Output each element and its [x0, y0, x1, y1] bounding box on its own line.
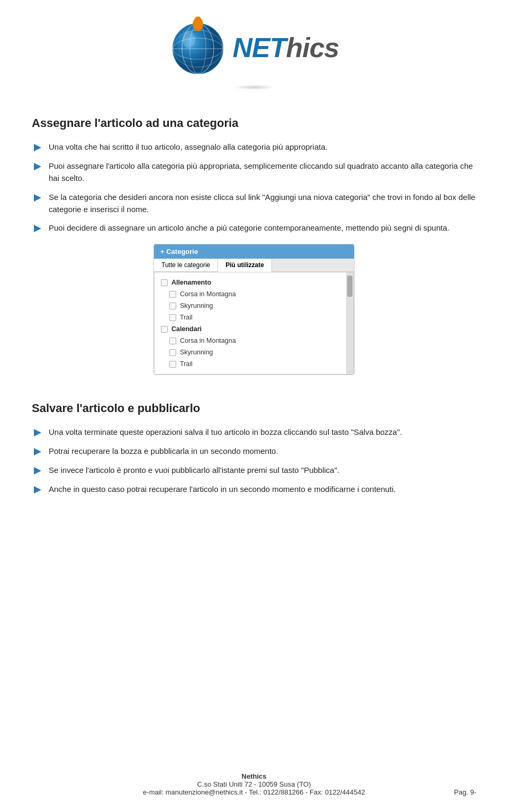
bullet-icon-8 [32, 484, 43, 496]
page-number: Pag. 9- [454, 788, 476, 796]
bullet-icon-7 [32, 465, 43, 477]
widget-body: Allenamento Corsa in Montagna Skyrunning… [154, 272, 354, 375]
list-item: Corsa in Montagna [155, 335, 346, 346]
item-checkbox[interactable] [169, 361, 176, 368]
list-item: Skyrunning [155, 346, 346, 358]
shadow-oval [233, 85, 275, 90]
bullet-icon-4 [32, 223, 43, 234]
list-item: Se la categoria che desideri ancora non … [32, 191, 476, 216]
section1-title: Assegnare l'articolo ad una categoria [32, 116, 476, 130]
bullet-text-8: Anche in questo caso potrai recuperare l… [49, 483, 476, 495]
svg-point-9 [195, 16, 201, 23]
scrollbar-thumb [347, 276, 352, 297]
svg-marker-13 [34, 194, 41, 202]
item-checkbox[interactable] [169, 349, 176, 356]
section2-bullet-list: Una volta terminate queste operazioni sa… [32, 426, 476, 496]
svg-marker-16 [34, 448, 41, 455]
list-item: Skyrunning [155, 300, 346, 312]
list-item: Allenamento [155, 277, 346, 288]
item-label: Skyrunning [180, 349, 213, 356]
logo-container: NEThics [169, 16, 339, 79]
svg-marker-17 [34, 467, 41, 475]
bullet-icon-5 [32, 427, 43, 439]
logo-net: NET [232, 32, 286, 63]
footer-contact: e-mail: manutenzione@nethics.it - Tel.: … [0, 788, 508, 796]
widget-header: + Categorie [154, 244, 354, 259]
item-checkbox[interactable] [169, 291, 176, 298]
bullet-text-5: Una volta terminate queste operazioni sa… [49, 426, 476, 438]
list-item: Corsa in Montagna [155, 288, 346, 300]
list-item: Puoi assegnare l'articolo alla categoria… [32, 160, 476, 185]
tab-piu-utilizzate[interactable]: Più utilizzate [218, 259, 272, 272]
bullet-text-2: Puoi assegnare l'articolo alla categoria… [49, 160, 476, 185]
category-label: Allenamento [171, 279, 211, 286]
item-label: Corsa in Montagna [180, 337, 236, 344]
svg-marker-12 [34, 163, 41, 170]
svg-marker-14 [34, 225, 41, 232]
list-item: Trail [155, 358, 346, 370]
svg-marker-18 [34, 486, 41, 494]
svg-point-10 [183, 31, 195, 48]
list-item: Calendari [155, 323, 346, 335]
bullet-text-7: Se invece l'articolo è pronto e vuoi pub… [49, 464, 476, 476]
section1-bullet-list: Una volta che hai scritto il tuo articol… [32, 141, 476, 234]
bullet-icon-6 [32, 446, 43, 458]
tab-tutte[interactable]: Tutte le categorie [154, 259, 218, 271]
section2-title: Salvare l'articolo e pubblicarlo [32, 402, 476, 415]
category-checkbox[interactable] [161, 326, 168, 333]
bullet-text-3: Se la categoria che desideri ancora non … [49, 191, 476, 216]
item-label: Trail [180, 314, 193, 321]
logo-hics: hics [286, 32, 339, 63]
category-widget: + Categorie Tutte le categorie Più utili… [153, 244, 355, 375]
page-container: NEThics Assegnare l'articolo ad una cate… [0, 0, 508, 812]
list-item: Una volta terminate queste operazioni sa… [32, 426, 476, 439]
item-checkbox[interactable] [169, 337, 176, 344]
item-label: Skyrunning [180, 302, 213, 309]
item-label: Trail [180, 360, 193, 368]
footer-address: C.so Stati Uniti 72 - 10059 Susa (TO) [0, 780, 508, 788]
svg-marker-15 [34, 429, 41, 436]
widget-scrollbar[interactable] [346, 272, 353, 374]
bullet-text-1: Una volta che hai scritto il tuo articol… [49, 141, 476, 153]
list-item: Se invece l'articolo è pronto e vuoi pub… [32, 464, 476, 477]
category-checkbox[interactable] [161, 279, 168, 286]
bullet-text-4: Puoi decidere di assegnare un articolo a… [49, 222, 476, 234]
category-label: Calendari [171, 325, 202, 333]
logo-shadow [32, 85, 476, 90]
svg-marker-11 [34, 144, 41, 151]
bullet-text-6: Potrai recuperare la bozza e pubblicarla… [49, 445, 476, 457]
bullet-icon-3 [32, 192, 43, 204]
item-label: Corsa in Montagna [180, 290, 236, 298]
list-item: Trail [155, 312, 346, 323]
list-item: Puoi decidere di assegnare un articolo a… [32, 222, 476, 234]
list-item: Potrai recuperare la bozza e pubblicarla… [32, 445, 476, 458]
widget-tabs: Tutte le categorie Più utilizzate [154, 259, 354, 272]
logo-text: NEThics [232, 32, 339, 63]
footer-company: Nethics [0, 772, 508, 780]
item-checkbox[interactable] [169, 314, 176, 321]
list-item: Anche in questo caso potrai recuperare l… [32, 483, 476, 496]
list-item: Una volta che hai scritto il tuo articol… [32, 141, 476, 153]
footer: Pag. 9- Nethics C.so Stati Uniti 72 - 10… [0, 772, 508, 796]
bullet-icon-2 [32, 161, 43, 172]
bullet-icon-1 [32, 142, 43, 153]
widget-header-label: + Categorie [160, 248, 198, 256]
item-checkbox[interactable] [169, 303, 176, 309]
widget-list: Allenamento Corsa in Montagna Skyrunning… [155, 272, 346, 374]
logo-globe-icon [169, 16, 232, 79]
header: NEThics [32, 0, 476, 90]
